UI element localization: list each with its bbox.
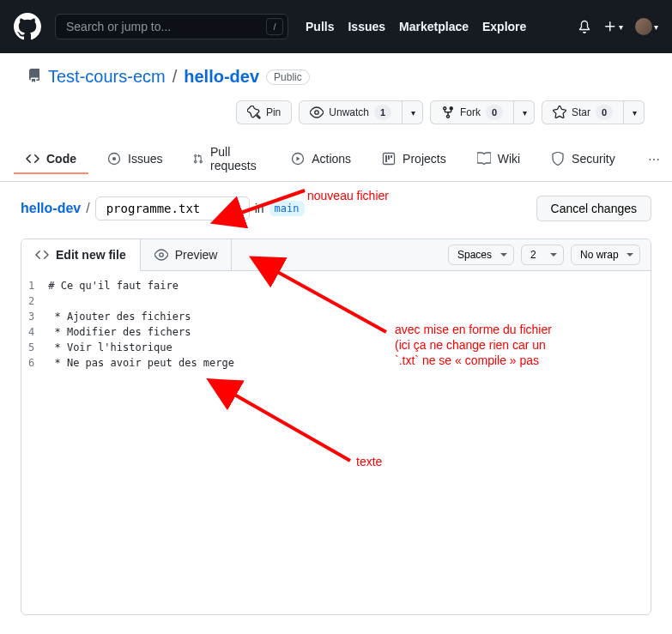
nav-issues[interactable]: Issues bbox=[348, 20, 385, 33]
repo-tabs: Code Issues Pull requests Actions Projec… bbox=[0, 138, 672, 182]
preview-tab[interactable]: Preview bbox=[141, 239, 233, 270]
fork-icon bbox=[441, 106, 455, 119]
branch-badge: main bbox=[269, 201, 305, 216]
editor-tabs: Edit new file Preview Spaces 2 No wrap bbox=[21, 239, 651, 271]
github-logo[interactable] bbox=[14, 13, 41, 40]
repo-icon bbox=[27, 67, 41, 87]
tab-wiki[interactable]: Wiki bbox=[465, 145, 532, 174]
fork-button[interactable]: Fork 0 bbox=[430, 100, 514, 124]
pin-icon bbox=[247, 106, 261, 119]
star-icon bbox=[553, 106, 566, 119]
repo-header: Test-cours-ecm / hello-dev Public Pin Un… bbox=[0, 53, 672, 124]
pull-request-icon bbox=[193, 152, 203, 166]
pin-button[interactable]: Pin bbox=[236, 100, 292, 124]
notifications-icon[interactable] bbox=[578, 20, 591, 33]
indent-size-select[interactable]: 2 bbox=[521, 245, 564, 265]
file-path: hello-dev / in main Cancel changes bbox=[21, 196, 651, 221]
repo-title: Test-cours-ecm / hello-dev Public bbox=[27, 67, 645, 87]
tab-issues[interactable]: Issues bbox=[95, 145, 174, 174]
svg-rect-5 bbox=[385, 155, 387, 162]
search-input[interactable] bbox=[55, 14, 288, 39]
repo-actions: Pin Unwatch 1 ▾ Fork 0 ▾ Star 0 ▾ bbox=[27, 100, 645, 124]
line-gutter: 123456 bbox=[21, 278, 48, 614]
wrap-select[interactable]: No wrap bbox=[571, 245, 640, 265]
editor-box: Edit new file Preview Spaces 2 No wrap 1… bbox=[21, 239, 651, 615]
visibility-badge: Public bbox=[266, 69, 310, 85]
global-header: / Pulls Issues Marketplace Explore ▾ ▾ bbox=[0, 0, 672, 53]
editor-controls: Spaces 2 No wrap bbox=[438, 245, 651, 265]
shield-icon bbox=[551, 152, 565, 166]
eye-icon bbox=[310, 106, 324, 119]
nav-pulls[interactable]: Pulls bbox=[306, 20, 334, 33]
star-dropdown[interactable]: ▾ bbox=[624, 100, 645, 124]
watch-group: Unwatch 1 ▾ bbox=[299, 100, 423, 124]
fork-dropdown[interactable]: ▾ bbox=[514, 100, 535, 124]
issues-icon bbox=[107, 152, 121, 166]
fork-group: Fork 0 ▾ bbox=[430, 100, 535, 124]
code-icon bbox=[26, 152, 39, 166]
project-icon bbox=[382, 152, 396, 166]
repo-name-link[interactable]: hello-dev bbox=[184, 67, 259, 87]
svg-point-2 bbox=[112, 157, 116, 160]
tab-projects[interactable]: Projects bbox=[370, 145, 458, 174]
in-label: in bbox=[255, 202, 264, 215]
unwatch-button[interactable]: Unwatch 1 bbox=[299, 100, 403, 124]
filename-input[interactable] bbox=[95, 196, 250, 220]
code-lines: # Ce qu'il faut faire * Ajouter des fich… bbox=[48, 278, 651, 614]
nav-marketplace[interactable]: Marketplace bbox=[399, 20, 469, 33]
svg-point-8 bbox=[159, 253, 162, 257]
cancel-button[interactable]: Cancel changes bbox=[536, 196, 651, 221]
repo-owner-link[interactable]: Test-cours-ecm bbox=[48, 67, 166, 87]
edit-tab[interactable]: Edit new file bbox=[21, 239, 141, 271]
svg-rect-7 bbox=[390, 155, 392, 158]
nav-explore[interactable]: Explore bbox=[482, 20, 526, 33]
eye-icon bbox=[154, 248, 168, 262]
code-icon bbox=[35, 248, 49, 262]
tab-code[interactable]: Code bbox=[14, 145, 88, 174]
watch-count: 1 bbox=[374, 105, 391, 120]
fork-count: 0 bbox=[486, 105, 503, 120]
avatar bbox=[635, 18, 652, 35]
search-wrap: / bbox=[55, 14, 288, 39]
play-icon bbox=[291, 152, 305, 166]
watch-dropdown[interactable]: ▾ bbox=[403, 100, 423, 124]
file-editor-area: hello-dev / in main Cancel changes Edit … bbox=[0, 182, 672, 629]
star-group: Star 0 ▾ bbox=[542, 100, 645, 124]
code-editor[interactable]: 123456 # Ce qu'il faut faire * Ajouter d… bbox=[21, 271, 651, 614]
main-content: Test-cours-ecm / hello-dev Public Pin Un… bbox=[0, 53, 672, 629]
star-button[interactable]: Star 0 bbox=[542, 100, 624, 124]
indent-mode-select[interactable]: Spaces bbox=[448, 245, 514, 265]
star-count: 0 bbox=[596, 105, 613, 120]
tab-security[interactable]: Security bbox=[539, 145, 627, 174]
user-menu[interactable]: ▾ bbox=[635, 18, 658, 35]
svg-point-0 bbox=[315, 111, 318, 114]
svg-rect-6 bbox=[388, 155, 390, 160]
breadcrumb-root[interactable]: hello-dev bbox=[21, 201, 81, 216]
tab-pulls[interactable]: Pull requests bbox=[181, 138, 272, 181]
path-separator: / bbox=[86, 201, 89, 216]
book-icon bbox=[477, 152, 491, 166]
search-slash-hotkey: / bbox=[266, 18, 283, 35]
nav-links: Pulls Issues Marketplace Explore bbox=[306, 20, 526, 33]
header-right: ▾ ▾ bbox=[578, 18, 658, 35]
add-menu[interactable]: ▾ bbox=[603, 20, 623, 33]
tab-actions[interactable]: Actions bbox=[279, 145, 363, 174]
tabs-overflow[interactable]: ⋯ bbox=[641, 146, 667, 173]
